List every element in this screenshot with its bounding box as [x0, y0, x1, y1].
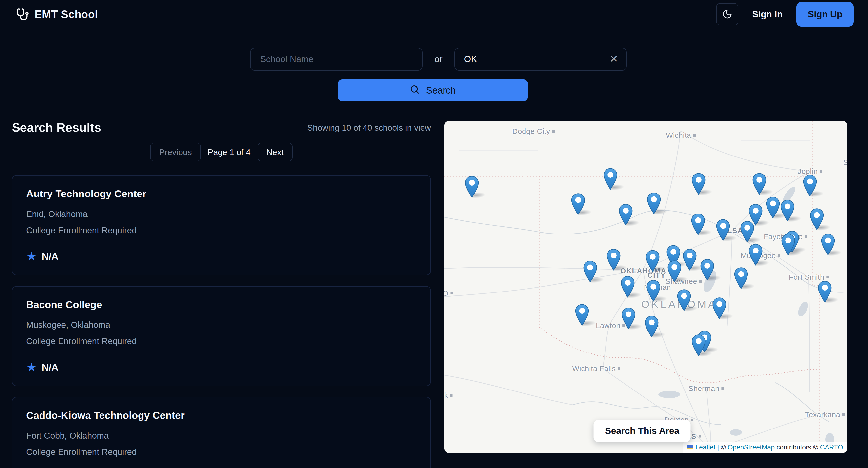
school-requirement: College Enrollment Required	[26, 447, 416, 457]
header: EMT School Sign In Sign Up	[0, 0, 868, 29]
previous-page-button[interactable]: Previous	[150, 143, 200, 161]
brand-name: EMT School	[35, 8, 98, 21]
school-marker[interactable]	[691, 173, 706, 196]
ukraine-flag-icon	[687, 445, 693, 449]
star-icon: ★	[26, 250, 37, 262]
school-marker[interactable]	[647, 193, 661, 215]
school-rating: N/A	[42, 362, 58, 373]
map-city-label: Dodge City	[513, 127, 555, 135]
school-requirement: College Enrollment Required	[26, 225, 416, 235]
school-rating: N/A	[42, 251, 58, 262]
map-city-label: S	[843, 158, 847, 167]
attribution-text: contributors ©	[775, 443, 820, 451]
school-marker[interactable]	[677, 289, 691, 312]
school-marker[interactable]	[607, 249, 621, 272]
school-marker[interactable]	[571, 193, 585, 216]
stethoscope-icon	[16, 8, 29, 21]
school-marker[interactable]	[734, 267, 748, 290]
school-card[interactable]: Bacone College Muskogee, Oklahoma Colleg…	[12, 286, 431, 386]
school-name-input[interactable]	[250, 48, 423, 71]
carto-link[interactable]: CARTO	[820, 443, 843, 451]
brand: EMT School	[16, 8, 98, 21]
school-marker[interactable]	[780, 200, 795, 223]
search-this-area-button[interactable]: Search This Area	[594, 420, 691, 442]
map-city-label: Fort Smith	[789, 273, 829, 281]
school-marker[interactable]	[646, 250, 659, 273]
school-card[interactable]: Autry Technology Center Enid, Oklahoma C…	[12, 175, 431, 275]
school-marker[interactable]	[683, 249, 696, 272]
school-marker[interactable]	[575, 304, 589, 327]
moon-icon	[722, 9, 733, 20]
star-icon: ★	[26, 361, 37, 373]
search-button-label: Search	[426, 85, 456, 96]
next-page-button[interactable]: Next	[257, 143, 292, 161]
osm-link[interactable]: OpenStreetMap	[727, 443, 775, 451]
school-marker[interactable]	[740, 221, 754, 244]
school-marker[interactable]	[712, 297, 726, 321]
sign-in-link[interactable]: Sign In	[752, 9, 782, 20]
page-status: Page 1 of 4	[208, 147, 251, 157]
school-marker[interactable]	[621, 276, 634, 299]
school-marker[interactable]	[645, 316, 659, 339]
school-marker[interactable]	[810, 208, 824, 231]
school-marker[interactable]	[603, 168, 617, 191]
pagination: Previous Page 1 of 4 Next	[12, 143, 431, 161]
header-actions: Sign In Sign Up	[716, 2, 854, 27]
school-location: Fort Cobb, Oklahoma	[26, 431, 416, 441]
map-city-label: Texarkana	[805, 410, 845, 419]
school-marker[interactable]	[621, 307, 636, 331]
school-marker[interactable]	[667, 260, 681, 283]
school-requirement: College Enrollment Required	[26, 336, 416, 346]
school-marker[interactable]	[691, 213, 705, 236]
map-city-label: LO	[444, 289, 453, 297]
attribution-text: | ©	[715, 443, 727, 451]
results-panel: Search Results Showing 10 of 40 schools …	[12, 121, 431, 468]
map-attribution: Leaflet | © OpenStreetMap contributors ©…	[683, 442, 847, 453]
dark-mode-toggle[interactable]	[716, 3, 738, 26]
school-marker[interactable]	[700, 259, 714, 282]
school-marker[interactable]	[803, 175, 817, 198]
map-city-label: ck	[444, 391, 453, 400]
map-city-label: Joplin	[798, 167, 822, 175]
map[interactable]: Dodge CityWichitaJoplinSTULSAOKLAHOMACIT…	[444, 121, 847, 453]
state-input[interactable]	[454, 48, 627, 71]
school-location: Muskogee, Oklahoma	[26, 320, 416, 330]
results-title: Search Results	[12, 121, 101, 135]
clear-state-icon[interactable]: ✕	[610, 54, 618, 64]
school-name: Autry Technology Center	[26, 188, 416, 200]
school-marker[interactable]	[646, 280, 660, 303]
school-marker[interactable]	[781, 234, 796, 257]
leaflet-link[interactable]: Leaflet	[695, 443, 715, 451]
school-card[interactable]: Caddo-Kiowa Technology Center Fort Cobb,…	[12, 397, 431, 468]
map-city-label: Lawton	[596, 322, 625, 330]
school-name: Caddo-Kiowa Technology Center	[26, 410, 416, 421]
school-marker[interactable]	[748, 244, 763, 267]
or-label: or	[434, 54, 442, 64]
search-form: or ✕ Search	[0, 48, 868, 101]
school-marker[interactable]	[716, 219, 730, 242]
school-location: Enid, Oklahoma	[26, 209, 416, 219]
map-city-label: Sherman	[688, 384, 724, 393]
school-marker[interactable]	[619, 204, 633, 227]
school-marker[interactable]	[821, 234, 835, 257]
school-marker[interactable]	[818, 281, 832, 304]
school-name: Bacone College	[26, 299, 416, 310]
school-marker[interactable]	[766, 197, 780, 220]
search-icon	[410, 85, 420, 97]
school-card-list: Autry Technology Center Enid, Oklahoma C…	[12, 175, 431, 468]
school-marker[interactable]	[465, 176, 479, 199]
results-summary: Showing 10 of 40 schools in view	[307, 123, 431, 133]
sign-up-button[interactable]: Sign Up	[796, 2, 854, 27]
school-marker[interactable]	[752, 173, 766, 196]
school-marker[interactable]	[583, 261, 597, 283]
search-button[interactable]: Search	[338, 79, 528, 101]
map-city-label: Wichita Falls	[572, 364, 620, 373]
state-input-wrap: ✕	[454, 48, 627, 71]
school-marker[interactable]	[691, 334, 706, 358]
map-city-label: Wichita	[666, 131, 695, 139]
